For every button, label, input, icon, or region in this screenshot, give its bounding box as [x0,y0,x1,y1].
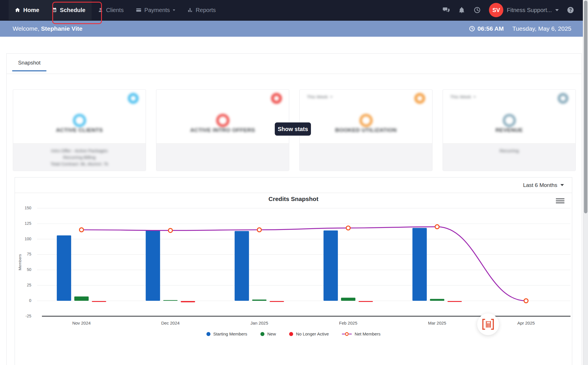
card-filter-dropdown[interactable]: This Week [450,94,476,99]
welcome-message: Welcome, Stephanie Vite [13,25,82,32]
donut-spinner-icon [271,93,282,104]
legend-label: New [267,331,276,336]
svg-text:Feb 2025: Feb 2025 [339,321,357,325]
card-main: ACTIVE INTRO OFFERS [156,90,289,143]
net-members-marker-icon [342,332,352,336]
nav-item-home[interactable]: Home [9,0,45,20]
svg-text:Apr 2025: Apr 2025 [517,321,535,325]
legend-item-new[interactable]: New [260,331,276,336]
nav-item-payments[interactable]: Payments [130,0,181,20]
legend-dot-icon [289,332,293,336]
avatar: SV [489,3,503,17]
svg-text:50: 50 [27,267,31,272]
ring-spinner-icon [73,114,86,127]
svg-text:Nov 2024: Nov 2024 [72,321,91,325]
card-footer-line: Total Contract: 9k, Alumni: 7k [13,161,146,167]
calendar-icon [51,7,57,13]
card-title: BOOKED UTILIZATION [300,127,432,133]
legend-item-net-members[interactable]: Net Members [342,331,380,336]
account-menu[interactable]: SV Fitness Support... [489,3,559,17]
chevron-down-icon [560,184,564,186]
svg-text:Jan 2025: Jan 2025 [250,321,268,325]
svg-text:-25: -25 [26,314,31,318]
card-main: ACTIVE CLIENTS [13,90,146,143]
chart-header: Last 6 Months [15,177,572,193]
legend-dot-icon [260,332,264,336]
svg-text:Dec 2024: Dec 2024 [161,321,179,325]
legend-item-no-longer-active[interactable]: No Longer Active [289,331,329,336]
nav-item-reports[interactable]: Reports [181,0,222,20]
top-nav: HomeScheduleClientsPaymentsReports SV Fi… [0,0,588,21]
svg-text:Members: Members [18,254,22,270]
ring-spinner-icon [503,114,516,127]
bar-chart-icon [187,7,193,13]
show-stats-button[interactable]: Show stats [275,122,311,136]
chevron-down-icon [473,96,476,98]
nav-menu: HomeScheduleClientsPaymentsReports [9,0,222,20]
stat-card-booked-utilization: This WeekBOOKED UTILIZATION [299,89,432,171]
page: HomeScheduleClientsPaymentsReports SV Fi… [0,0,588,365]
welcome-bar: Welcome, Stephanie Vite 06:56 AM Tuesday… [0,21,588,37]
svg-text:150: 150 [25,206,32,210]
person-icon [98,7,103,13]
home-icon [15,7,20,13]
notifications-bell-icon[interactable] [458,6,465,14]
chevron-down-icon [555,9,559,11]
account-name: Fitness Support... [507,7,552,13]
nav-item-label: Clients [106,7,124,13]
scrollbar-thumb[interactable] [584,1,587,213]
scrollbar-track[interactable] [583,0,588,365]
tab-snapshot[interactable]: Snapshot [18,54,47,71]
legend-label: Starting Members [213,331,247,336]
svg-text:75: 75 [27,252,31,256]
credits-chart-panel: Last 6 Months Credits Snapshot 150125100… [15,177,572,365]
legend-dot-icon [206,332,210,336]
credits-chart: 1501251007550250-25MembersNov 2024Dec 20… [15,193,572,365]
card-main: This WeekBOOKED UTILIZATION [300,90,432,143]
donut-spinner-icon [558,93,568,104]
svg-text:100: 100 [25,237,32,241]
current-time: 06:56 AM [469,25,504,32]
legend-item-starting-members[interactable]: Starting Members [206,331,247,336]
barcode-scan-icon [481,318,495,330]
help-icon[interactable] [567,6,574,14]
current-date: Tuesday, May 6, 2025 [512,25,571,32]
chat-icon[interactable] [442,6,450,14]
nav-item-schedule[interactable]: Schedule [45,0,92,20]
nav-item-label: Schedule [60,7,86,13]
donut-spinner-icon [414,93,425,104]
card-footer [300,143,432,171]
nav-item-label: Payments [144,7,170,13]
clock-history-icon[interactable] [473,6,481,14]
svg-text:Mar 2025: Mar 2025 [428,321,446,325]
chevron-down-icon [330,96,332,98]
card-filter-label: This Week [307,94,328,99]
ring-spinner-icon [216,114,229,127]
card-footer-line: Recurring [443,147,575,154]
credit-card-icon [136,7,142,13]
legend-label: Net Members [355,331,380,336]
card-footer: Intro Offer - Active PackagesRecurring B… [13,143,146,171]
card-title: ACTIVE CLIENTS [13,127,146,133]
loading-spinner [477,313,499,335]
svg-text:125: 125 [25,221,32,226]
stat-card-active-clients: ACTIVE CLIENTSIntro Offer - Active Packa… [13,89,146,171]
nav-item-label: Home [23,7,39,13]
card-filter-dropdown[interactable]: This Week [307,94,332,99]
nav-right: SV Fitness Support... [442,3,588,17]
card-main: This WeekREVENUE [443,90,575,143]
donut-spinner-icon [128,93,139,104]
card-title: REVENUE [443,127,575,133]
card-footer [156,143,289,171]
nav-item-clients[interactable]: Clients [92,0,130,20]
chart-body: Credits Snapshot 1501251007550250-25Memb… [15,193,572,365]
stat-card-active-intro-offers: ACTIVE INTRO OFFERS [156,89,289,171]
chevron-down-icon [173,9,175,11]
range-selector[interactable]: Last 6 Months [523,182,564,188]
card-filter-label: This Week [450,94,471,99]
card-footer-line: Recurring Billing [13,154,146,161]
ring-spinner-icon [359,114,373,127]
nav-item-label: Reports [196,7,216,13]
user-name: Stephanie Vite [41,25,82,32]
card-footer: Recurring [443,143,575,171]
